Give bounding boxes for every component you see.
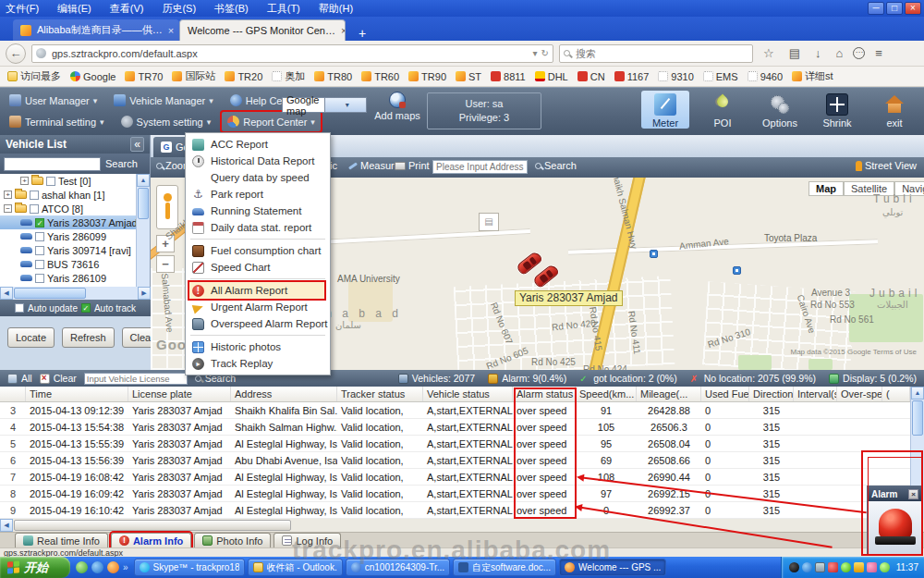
tree-item-ashal-khan-1[interactable]: +ashal khan [1] [0, 188, 137, 202]
table-row[interactable]: 62015-04-13 15:56:39Yaris 283037 AmjadAb… [0, 452, 924, 469]
refresh-button[interactable]: Refresh [62, 327, 115, 348]
task-skype-trackpro18[interactable]: Skype™ - trackpro18 [134, 559, 245, 576]
tree-item-yaris-286099[interactable]: Yaris 286099 [0, 229, 137, 243]
task-收件箱-outlook[interactable]: 收件箱 - Outlook. [248, 559, 343, 576]
menu-item-park-report[interactable]: ⚓Park report [186, 186, 330, 203]
column-header-interval-s[interactable]: Interval(s) [794, 387, 837, 401]
messenger-icon[interactable] [76, 561, 88, 573]
map-search-button[interactable]: Search [535, 160, 577, 171]
bookmark-dhl[interactable]: DHL [535, 71, 568, 82]
menu-item-fuel-consumption-chart[interactable]: Fuel consumption chart [186, 242, 330, 259]
toolbar-menu-terminal-setting[interactable]: Terminal setting▾ [4, 112, 110, 131]
menu-item-query-data-by-speed[interactable]: Query data by speed [186, 169, 330, 186]
task-cn1001264309-tr[interactable]: cn1001264309-Tr... [346, 559, 450, 576]
tree-item-yaris-283037-amjad[interactable]: ✓Yaris 283037 Amjad [0, 215, 137, 229]
vehicle-search-input[interactable] [4, 157, 101, 171]
bookmark-google[interactable]: Google [70, 71, 116, 82]
url-bar[interactable]: ▾ ↻ [31, 44, 553, 63]
table-row[interactable]: 52015-04-13 15:55:39Yaris 283037 AmjadAl… [0, 436, 924, 452]
column-header-time[interactable]: Time [26, 387, 128, 401]
scroll-thumb[interactable] [912, 400, 923, 436]
clear-list-button[interactable]: Clear [40, 373, 77, 384]
tab-close-icon[interactable]: × [341, 25, 346, 36]
select-dropdown-icon[interactable]: ▾ [324, 98, 367, 112]
bookmark-tr80[interactable]: TR80 [314, 71, 352, 82]
speaker-icon[interactable] [854, 562, 864, 572]
browser-menu-查看-v[interactable]: 查看(V) [110, 2, 144, 16]
checkbox[interactable] [46, 177, 55, 186]
bookmark-8811[interactable]: 8811 [491, 71, 526, 82]
url-input[interactable] [50, 47, 529, 60]
browser-menu-书签-b[interactable]: 书签(B) [214, 2, 249, 16]
task-welcome-gps[interactable]: Welcome --- GPS ... [559, 559, 666, 576]
auto-update-checkbox[interactable] [15, 303, 24, 313]
browser-menu-工具-t[interactable]: 工具(T) [267, 2, 300, 16]
map-type-map[interactable]: Map [808, 181, 844, 196]
column-header-vehicle-status[interactable]: Vehicle status [423, 387, 513, 401]
menu-item-speed-chart[interactable]: Speed Chart [186, 259, 330, 276]
browser-menu-帮助-h[interactable]: 帮助(H) [319, 2, 353, 16]
plus-icon[interactable] [880, 562, 890, 572]
checkbox[interactable] [35, 232, 44, 241]
tab-alarm-info[interactable]: !Alarm Info [111, 533, 191, 547]
tab-real-time-info[interactable]: Real time Info [15, 533, 108, 547]
red-app-icon[interactable] [828, 562, 838, 572]
tab-alibaba[interactable]: Alibaba制造商目录——供… × [13, 19, 179, 41]
menu-item-daily-data-stat-report[interactable]: Daily data stat. report [186, 219, 330, 236]
license-filter-input[interactable] [84, 373, 188, 385]
all-button[interactable]: All [7, 373, 32, 384]
bookmark-国际站[interactable]: 国际站 [172, 69, 215, 83]
bookmark-tr20[interactable]: TR20 [225, 71, 262, 82]
alarm-popup-titlebar[interactable]: Alarm × [868, 486, 922, 501]
scroll-thumb[interactable] [14, 520, 291, 531]
checkbox[interactable] [35, 260, 44, 269]
search-input[interactable] [574, 47, 748, 60]
chat-icon[interactable]: ⋯ [853, 47, 865, 59]
table-row[interactable]: 72015-04-19 16:08:42Yaris 283037 AmjadAl… [0, 469, 924, 486]
tree-item-atco-8[interactable]: −ATCO [8] [0, 202, 137, 215]
star-icon[interactable]: ☆ [759, 46, 779, 60]
tab-log-info[interactable]: Log Info [274, 533, 341, 547]
hamburger-menu-icon[interactable]: ≡ [870, 46, 887, 60]
bookmark-st[interactable]: ST [456, 71, 481, 82]
bookmark-访问最多[interactable]: 访问最多 [7, 69, 61, 83]
checkbox[interactable] [35, 274, 44, 283]
scroll-thumb[interactable] [138, 188, 149, 219]
ie-icon[interactable] [91, 561, 103, 573]
column-header-license-plate[interactable]: License plate [128, 387, 231, 401]
toolbar-menu-system-setting[interactable]: System setting▾ [116, 112, 217, 131]
tree-vertical-scrollbar[interactable]: ▲ [136, 174, 150, 287]
tree-item-bus-73616[interactable]: BUS 73616 [0, 257, 137, 271]
bookmark-9310[interactable]: 9310 [658, 71, 693, 82]
street-view-control[interactable] [156, 185, 178, 229]
browser-menu-编辑-e[interactable]: 编辑(E) [57, 2, 91, 16]
table-row[interactable]: 92015-04-19 16:10:42Yaris 283037 AmjadAl… [0, 502, 924, 519]
scroll-thumb[interactable] [14, 288, 86, 299]
firefox-icon[interactable] [107, 561, 119, 573]
close-icon[interactable]: × [905, 2, 921, 15]
table-horizontal-scrollbar[interactable]: ◀ [0, 519, 924, 532]
auto-track-checkbox[interactable]: ✓ [81, 303, 91, 313]
checkbox[interactable] [30, 191, 39, 200]
globe-icon[interactable] [802, 562, 812, 572]
back-button[interactable]: ← [6, 43, 26, 64]
bookmarks-panel-icon[interactable]: ▤ [784, 46, 805, 60]
zoom-out-button[interactable]: − [156, 255, 175, 273]
column-header-row-number[interactable] [0, 387, 26, 401]
bookmark-cn[interactable]: CN [578, 71, 605, 82]
search-bar[interactable] [559, 44, 753, 63]
vehicle-marker[interactable] [516, 251, 543, 276]
vehicle-map-label[interactable]: Yaris 283037 Amjad [515, 290, 623, 306]
new-tab-button[interactable]: + [353, 26, 371, 41]
close-icon[interactable]: × [908, 489, 918, 499]
scroll-left-icon[interactable]: ◀ [0, 519, 13, 532]
action-options[interactable]: Options [756, 91, 804, 129]
url-dropdown-icon[interactable]: ▾ [533, 48, 538, 58]
menu-item-historic-photos[interactable]: Historic photos [186, 338, 330, 355]
menu-item-urgent-alarm-report[interactable]: Urgent Alarm Report [186, 299, 330, 315]
checkbox[interactable] [35, 246, 44, 255]
restore-icon[interactable]: □ [886, 2, 903, 15]
tree-item-test-0[interactable]: +Test [0] [0, 174, 137, 188]
toolbar-menu-user-manager[interactable]: User Manager▾ [4, 91, 103, 110]
action-meter[interactable]: Meter [641, 91, 689, 129]
